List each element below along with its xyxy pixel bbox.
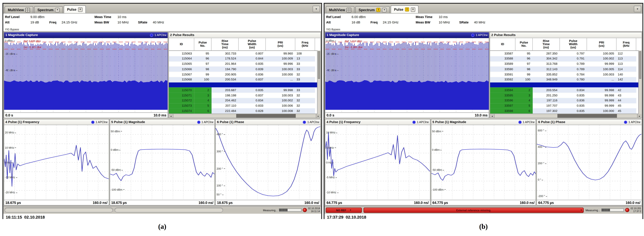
table-cell: 113 xyxy=(616,56,636,61)
table-cell: 0.836 xyxy=(560,98,587,103)
close-icon[interactable]: × xyxy=(78,7,82,12)
trace-label: 1 APClrw xyxy=(417,121,429,123)
table-row[interactable]: 1150746222.4840.828100.00832 xyxy=(169,108,318,114)
magnitude-capture-plot[interactable]: 0 dBm-20 dBm-40 dBmRef: 1.014 dBmDet: -8… xyxy=(325,38,489,112)
window-title-bar[interactable]: 6 Pulse (1) Phase 1 APClrw xyxy=(216,119,320,125)
softkey-field[interactable] xyxy=(114,208,223,213)
tab-overflow-button[interactable]: ▼ xyxy=(634,6,641,12)
vertical-scrollbar[interactable] xyxy=(638,50,642,114)
scrollbar-track[interactable] xyxy=(494,114,637,118)
window-title-bar[interactable]: 5 Pulse (1) Magnitude 1 APClrw xyxy=(110,119,214,125)
window-title-bar[interactable]: 2 Pulse Results xyxy=(169,32,320,38)
table-cell: 0.828 xyxy=(239,108,266,114)
table-cell: 33590 xyxy=(490,66,516,72)
scrollbar-thumb[interactable] xyxy=(557,114,617,118)
table-row[interactable]: 335986197.3020.835100.00045 xyxy=(490,108,639,114)
tab-overflow-button[interactable]: ▼ xyxy=(312,6,320,12)
table-row[interactable]: 11506395302.7330.80799.960108 xyxy=(169,51,318,56)
scroll-right-icon[interactable]: ► xyxy=(316,114,320,118)
table-row[interactable]: 11506799200.9050.836100.00032 xyxy=(169,72,318,77)
table-cell: 0.834 xyxy=(560,87,587,93)
table-row[interactable]: 335975197.7070.83599.99945 xyxy=(490,103,639,108)
trace-label: 1 APClrw xyxy=(628,121,640,123)
no-ref-button[interactable]: NO REF ▼ xyxy=(326,207,362,213)
trace-legend: 1 APClrw xyxy=(303,120,319,124)
window-title-bar[interactable]: 6 Pulse (1) Phase 1 APClrw xyxy=(537,119,642,125)
window-title-bar[interactable]: 1 Magnitude Capture 1 APClrw xyxy=(325,32,489,38)
plot-canvas xyxy=(325,125,430,200)
magnitude-capture-plot[interactable]: 0 dBm-20 dBm-40 dBmRef: 0.839 dBmDet: -9… xyxy=(4,38,168,112)
scroll-left-icon[interactable]: ◄ xyxy=(490,114,494,118)
window-title-bar[interactable]: 4 Pulse (1) Frequency 1 APClrw xyxy=(4,119,109,125)
pulse-results-window: 2 Pulse Results IDPulseNo.RiseTime(ns)Pu… xyxy=(168,32,321,118)
table-cell: 33594 xyxy=(490,87,516,93)
table-row[interactable]: 335964197.1160.83699.99944 xyxy=(490,98,639,103)
table-row[interactable]: 3359199335.8520.784100.003140 xyxy=(490,72,639,77)
table-cell: 100.002 xyxy=(266,98,296,103)
magnitude-plot[interactable]: 50 dBm0 dBm-50 dBm-100 dBm xyxy=(110,125,214,200)
scroll-right-icon[interactable]: ► xyxy=(637,114,642,118)
column-header: PulseNo. xyxy=(516,38,533,50)
table-cell: 0.784 xyxy=(560,72,587,77)
table-cell: 100.003 xyxy=(266,66,296,72)
table-row[interactable]: 3359098312.1430.789100.005114 xyxy=(490,66,639,72)
frequency-plot[interactable]: 10 MHz5 MHz0 Hz-5 MHz-10 MHz xyxy=(325,125,430,200)
scrollbar-thumb[interactable] xyxy=(639,51,641,79)
phase-plot[interactable]: 600 °400 °200 °0 °-200 ° xyxy=(537,125,642,200)
meas-time-value: 10 ms xyxy=(118,15,126,19)
table-row[interactable]: 3358997313.7680.78999.999113 xyxy=(490,61,639,67)
table-row[interactable]: 3358896304.3420.791100.002113 xyxy=(490,56,639,61)
column-header: Freq(kHz xyxy=(616,38,636,50)
scroll-left-icon[interactable]: ◄ xyxy=(169,114,174,118)
window-title-bar[interactable]: 2 Pulse Results xyxy=(490,32,642,38)
table-cell: 115067 xyxy=(169,72,194,77)
close-icon[interactable]: × xyxy=(55,8,60,12)
phase-plot[interactable]: 400 °300 °200 °100 °50 ° xyxy=(216,125,320,200)
table-row[interactable]: 1150702203.6870.83599.99833 xyxy=(169,87,318,93)
scrollbar-thumb[interactable] xyxy=(236,114,296,118)
chart-x-axis: 18.675 µs 160.0 ns/ xyxy=(4,200,109,205)
frequency-plot[interactable]: 20 MHz10 MHz0 Hz-10 MHz-20 MHz xyxy=(4,125,109,200)
window-title-bar[interactable]: 5 Pulse (1) Magnitude 1 APClrw xyxy=(431,119,536,125)
table-row[interactable]: 1150724204.4620.834100.00232 xyxy=(169,98,318,103)
table-row[interactable] xyxy=(490,82,639,87)
close-icon[interactable]: × xyxy=(382,8,387,12)
column-header: PRI(us) xyxy=(587,38,616,50)
table-cell: 197.707 xyxy=(533,103,560,108)
table-row[interactable]: 335953201.2500.83599.99843 xyxy=(490,93,639,98)
error-message-bar[interactable]: External reference missing. ▼ xyxy=(364,207,584,213)
meas-time-value: 10 ms xyxy=(438,15,448,19)
tab-spectrum[interactable]: Spectrum ! × xyxy=(355,6,390,13)
scrollbar-thumb[interactable] xyxy=(318,51,320,79)
table-cell: 0.789 xyxy=(560,66,587,72)
table-row[interactable]: 11506496178.5240.844100.00913 xyxy=(169,56,318,61)
softkey-field[interactable] xyxy=(4,208,113,213)
tab-pulse[interactable]: Pulse × xyxy=(64,5,86,13)
tab-multiview[interactable]: MultiView xyxy=(326,6,354,13)
horizontal-scrollbar[interactable]: ◄ ► xyxy=(169,114,320,118)
window-title-bar[interactable]: 1 Magnitude Capture 1 APClrw xyxy=(4,32,168,38)
magnitude-plot[interactable]: 50 dBm0 dBm-50 dBm-100 dBm xyxy=(431,125,536,200)
table-row[interactable]: 1150735207.1100.833100.00632 xyxy=(169,103,318,108)
horizontal-scrollbar[interactable]: ◄ ► xyxy=(490,114,642,118)
table-row[interactable]: 115068100200.5340.837...33 xyxy=(169,77,318,82)
table-row[interactable]: 3358795287.3500.797100.005112 xyxy=(490,51,639,56)
vertical-scrollbar[interactable] xyxy=(317,50,320,114)
close-icon[interactable]: × xyxy=(411,7,415,12)
table-row[interactable]: 335942203.5540.83499.99842 xyxy=(490,87,639,93)
trace-legend: 1 APClrw xyxy=(197,120,213,124)
table-row[interactable]: 11506597201.9640.83599.99633 xyxy=(169,61,318,67)
scrollbar-track[interactable] xyxy=(174,114,316,118)
trace-dot-icon xyxy=(150,33,153,37)
y-axis-label: 0 dBm xyxy=(432,148,442,151)
table-row[interactable]: 1150713198.1980.837100.00332 xyxy=(169,93,318,98)
window-title-bar[interactable]: 4 Pulse (1) Frequency 1 APClrw xyxy=(325,119,430,125)
table-cell: 100.005 xyxy=(587,51,616,56)
tab-multiview[interactable]: MultiView xyxy=(4,6,33,13)
table-row[interactable] xyxy=(169,82,318,87)
tab-spectrum[interactable]: Spectrum × xyxy=(34,6,63,13)
table-row[interactable]: 11506698194.7900.839100.00333 xyxy=(169,66,318,72)
table-row[interactable]: 33592100348.9490.780...142 xyxy=(490,77,639,82)
tab-pulse[interactable]: Pulse ! × xyxy=(391,5,419,13)
tab-multiview-label: MultiView xyxy=(329,8,345,12)
